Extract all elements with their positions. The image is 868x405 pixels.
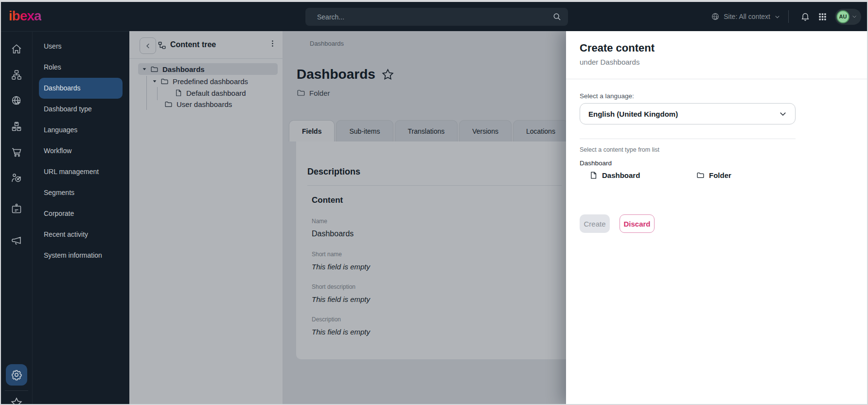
- tree-node-predefined-dashboards[interactable]: Predefined dashboards: [152, 75, 248, 87]
- ibexa-logo: ibexa: [9, 8, 41, 24]
- field-value: Dashboards: [307, 229, 562, 238]
- app-grid-icon[interactable]: [818, 12, 827, 21]
- field-value-empty: This field is empty: [307, 263, 562, 271]
- folder-icon: [297, 88, 305, 97]
- breadcrumb[interactable]: Dashboards: [310, 40, 344, 47]
- create-content-drawer: Create content under Dashboards Select a…: [566, 31, 867, 404]
- megaphone-icon[interactable]: [11, 235, 22, 247]
- chevron-down-icon: [774, 14, 780, 20]
- tree-kebab-menu-icon[interactable]: [268, 39, 277, 48]
- sidebar-item-workflow[interactable]: Workflow: [33, 141, 129, 161]
- tree-node-label: Default dashboard: [186, 89, 246, 97]
- globe-icon: [711, 12, 720, 21]
- content-tree-panel: Content tree Dashboards Predef: [129, 31, 283, 404]
- drawer-subtitle: under Dashboards: [580, 58, 639, 66]
- site-context-switcher[interactable]: Site: All context: [711, 12, 780, 21]
- language-select-value: English (United Kingdom): [580, 110, 779, 118]
- folder-icon: [150, 65, 159, 73]
- file-icon: [589, 171, 598, 179]
- tree-node-dashboards[interactable]: Dashboards: [142, 63, 205, 75]
- tab-fields[interactable]: Fields: [289, 120, 335, 141]
- section-divider: [307, 185, 562, 186]
- commerce-icon[interactable]: [11, 146, 22, 158]
- sidebar-item-dashboards[interactable]: Dashboards: [39, 78, 123, 99]
- discard-button[interactable]: Discard: [620, 214, 655, 233]
- language-select[interactable]: English (United Kingdom): [580, 103, 796, 124]
- topbar-divider: [788, 10, 789, 23]
- tab-versions[interactable]: Versions: [459, 120, 512, 141]
- avatar: AU: [836, 10, 850, 23]
- global-search: [305, 8, 568, 26]
- bookmark-star-icon[interactable]: [381, 68, 394, 81]
- sidebar-item-recent-activity[interactable]: Recent activity: [33, 224, 129, 245]
- content-type-option-label: Folder: [709, 171, 731, 179]
- user-menu[interactable]: AU: [835, 9, 861, 25]
- marketing-icon[interactable]: [11, 172, 22, 184]
- search-input[interactable]: [305, 13, 568, 21]
- create-button[interactable]: Create: [580, 214, 610, 233]
- icon-rail: [1, 31, 32, 404]
- caret-down-icon[interactable]: [142, 67, 147, 71]
- tree-node-default-dashboard[interactable]: Default dashboard: [175, 87, 246, 99]
- content-type-option-dashboard[interactable]: Dashboard: [589, 171, 640, 179]
- search-icon[interactable]: [552, 12, 562, 22]
- language-label: Select a language:: [580, 92, 634, 100]
- product-catalog-icon[interactable]: [11, 121, 22, 132]
- chevron-down-icon: [851, 14, 857, 19]
- content-type-option-label: Dashboard: [602, 171, 640, 179]
- content-type-label: Folder: [309, 89, 330, 97]
- favorites-star-icon[interactable]: [10, 397, 23, 404]
- folder-icon: [696, 171, 705, 179]
- sidebar-item-system-information[interactable]: System information: [33, 245, 129, 266]
- gear-icon: [11, 369, 22, 381]
- caret-down-icon[interactable]: [152, 79, 157, 84]
- sidebar-menu: Users Roles Dashboards Dashboard type La…: [32, 31, 129, 404]
- sidebar-item-languages[interactable]: Languages: [33, 120, 129, 141]
- app-window: ibexa Site: All context: [1, 2, 867, 404]
- sidebar-item-corporate[interactable]: Corporate: [33, 203, 129, 224]
- sidebar-item-dashboard-type[interactable]: Dashboard type: [33, 99, 129, 120]
- drawer-divider: [566, 79, 867, 79]
- topbar-right-cluster: Site: All context AU: [711, 2, 861, 31]
- folder-icon: [164, 100, 173, 108]
- tree-guide-line: [157, 87, 158, 100]
- tab-sub-items[interactable]: Sub-items: [336, 120, 393, 141]
- content-structure-icon[interactable]: [11, 69, 22, 81]
- field-label: Short description: [307, 283, 562, 290]
- field-value-empty: This field is empty: [307, 328, 562, 336]
- folder-icon: [160, 77, 169, 86]
- section-heading: Descriptions: [307, 167, 562, 177]
- rail-divider: [5, 390, 28, 391]
- page-title: Dashboards: [297, 67, 375, 82]
- field-label: Short name: [307, 251, 562, 258]
- fields-card: Descriptions Content Name Dashboards Sho…: [296, 141, 573, 359]
- notifications-bell-icon[interactable]: [800, 12, 810, 21]
- tab-locations[interactable]: Locations: [513, 120, 568, 141]
- content-type-list-label: Select a content type from list: [580, 146, 659, 153]
- tree-guide-line: [146, 76, 147, 110]
- settings-gear-active[interactable]: [6, 364, 27, 386]
- chevron-down-icon: [779, 109, 787, 118]
- home-icon[interactable]: [11, 43, 22, 55]
- tree-node-label: Dashboards: [162, 65, 205, 73]
- site-icon[interactable]: [11, 95, 22, 106]
- topbar: ibexa Site: All context: [1, 2, 867, 31]
- content-type-option-folder[interactable]: Folder: [696, 171, 731, 179]
- content-tree-title: Content tree: [170, 40, 216, 49]
- collapse-tree-button[interactable]: [140, 37, 156, 54]
- sidebar-item-roles[interactable]: Roles: [33, 57, 129, 78]
- tree-node-label: Predefined dashboards: [173, 77, 248, 86]
- file-icon: [175, 89, 182, 97]
- sidebar-item-users[interactable]: Users: [33, 36, 129, 57]
- drawer-divider: [580, 139, 796, 139]
- sidebar-item-segments[interactable]: Segments: [33, 182, 129, 203]
- field-value-empty: This field is empty: [307, 295, 562, 303]
- tree-node-label: User dashboards: [177, 100, 232, 108]
- tree-node-user-dashboards[interactable]: User dashboards: [164, 98, 232, 110]
- sidebar-item-url-management[interactable]: URL management: [33, 161, 129, 182]
- tab-translations[interactable]: Translations: [395, 120, 458, 141]
- drawer-title: Create content: [580, 42, 655, 54]
- tab-bar: Fields Sub-items Translations Versions L…: [289, 120, 595, 141]
- id-badge-icon[interactable]: [11, 203, 22, 214]
- content-tree-header: Content tree: [129, 31, 283, 59]
